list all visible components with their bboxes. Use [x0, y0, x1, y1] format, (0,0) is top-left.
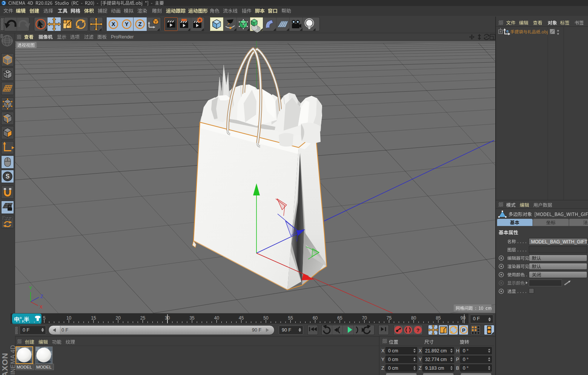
svg-text:Z: Z — [40, 294, 43, 299]
svg-text:X: X — [40, 304, 43, 310]
svg-text:Y: Y — [29, 286, 32, 291]
